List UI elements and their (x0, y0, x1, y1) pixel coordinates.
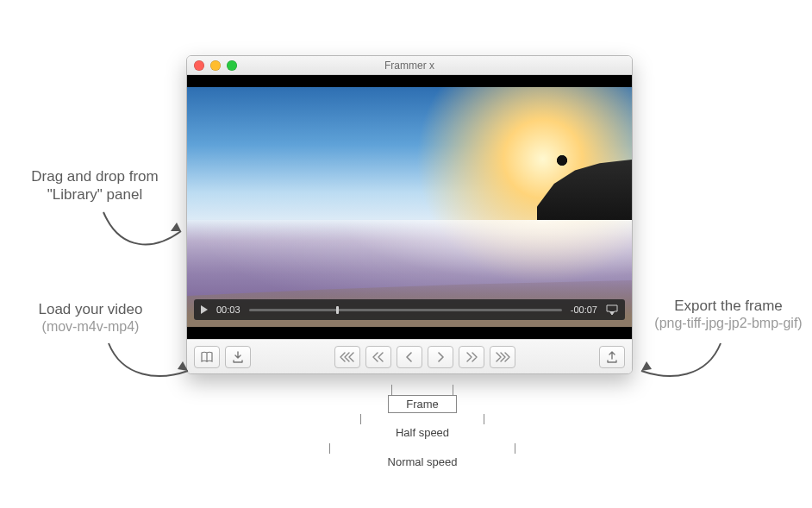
callout-load: Load your video (mov-m4v-mp4) (17, 300, 164, 336)
letterbox-bottom (187, 327, 632, 339)
rewind-normal-button[interactable] (334, 346, 360, 368)
bracket-half (360, 414, 484, 424)
forward-normal-button[interactable] (490, 346, 515, 368)
toolbar-right-group (599, 346, 625, 368)
speed-diagram: Frame Half speed Normal speed (326, 386, 519, 474)
diagram-normal-row: Normal speed (326, 454, 519, 474)
import-icon (232, 351, 244, 363)
callout-drag-sub: "Library" panel (17, 185, 172, 204)
rewind-half-button[interactable] (365, 346, 391, 368)
diagram-normal-label: Normal speed (388, 454, 458, 470)
diagram-frame-label: Frame (388, 395, 457, 413)
callout-load-sub: (mov-m4v-mp4) (17, 318, 164, 336)
elapsed-time: 00:03 (216, 304, 240, 315)
video-preview[interactable]: 00:03 -00:07 (187, 75, 632, 339)
callout-load-title: Load your video (17, 300, 164, 318)
callout-export-title: Export the frame (646, 297, 810, 315)
callout-export: Export the frame (png-tiff-jpg-jp2-bmp-g… (646, 297, 810, 332)
bottom-toolbar (187, 339, 632, 373)
bracket-frame (391, 385, 453, 395)
diagram-frame-row: Frame (326, 395, 519, 416)
triple-chevron-left-icon (340, 352, 355, 362)
app-window: Frammer x 00:03 -00:07 (186, 55, 633, 374)
double-chevron-right-icon (465, 352, 478, 362)
video-frame-tree (556, 149, 568, 172)
load-button[interactable] (225, 346, 251, 368)
triple-chevron-right-icon (495, 352, 510, 362)
bracket-normal (329, 443, 515, 454)
airplay-icon[interactable] (606, 304, 618, 315)
letterbox-top (187, 75, 632, 87)
scrubber-track[interactable] (249, 309, 562, 311)
diagram-half-label: Half speed (396, 424, 449, 441)
prev-frame-button[interactable] (397, 346, 422, 368)
diagram-half-row: Half speed (326, 424, 519, 445)
double-chevron-left-icon (372, 352, 384, 362)
chevron-left-icon (405, 352, 414, 362)
chevron-right-icon (436, 352, 445, 362)
toolbar-left-group (194, 346, 251, 368)
callout-export-sub: (png-tiff-jpg-jp2-bmp-gif) (646, 315, 810, 332)
play-icon[interactable] (201, 305, 208, 314)
book-icon (200, 351, 214, 363)
remaining-time: -00:07 (571, 304, 597, 315)
scrubber-knob[interactable] (336, 306, 339, 314)
toolbar-center-group (334, 346, 515, 368)
playback-bar: 00:03 -00:07 (194, 299, 625, 320)
library-button[interactable] (194, 346, 220, 368)
arrow-export (633, 338, 728, 386)
export-button[interactable] (599, 346, 625, 368)
arrow-load (102, 338, 197, 386)
titlebar[interactable]: Frammer x (187, 56, 632, 75)
callout-drag: Drag and drop from "Library" panel (17, 167, 172, 204)
forward-half-button[interactable] (459, 346, 484, 368)
arrow-drag (95, 205, 190, 257)
callout-drag-title: Drag and drop from (17, 167, 172, 185)
next-frame-button[interactable] (428, 346, 453, 368)
window-title: Frammer x (187, 60, 632, 72)
export-icon (606, 351, 618, 363)
